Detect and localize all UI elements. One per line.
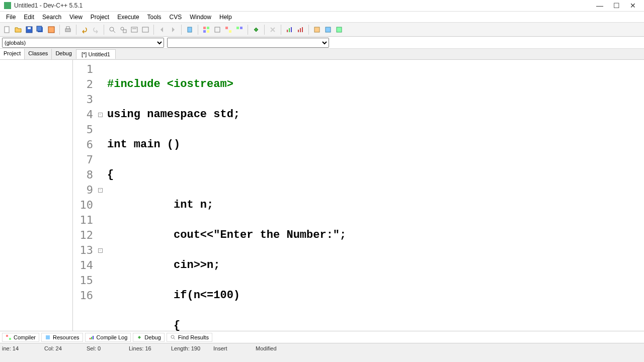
svg-rect-19: [207, 30, 209, 33]
toggle-icon[interactable]: [334, 25, 344, 35]
tab-compiler[interactable]: Compiler: [2, 333, 39, 342]
save-icon[interactable]: [24, 25, 34, 35]
svg-rect-30: [302, 27, 303, 32]
replace-icon[interactable]: [118, 25, 128, 35]
svg-rect-5: [48, 27, 54, 33]
svg-rect-20: [215, 27, 220, 32]
profile-icon[interactable]: [284, 25, 294, 35]
menu-tools[interactable]: Tools: [143, 13, 166, 22]
find-icon[interactable]: [107, 25, 117, 35]
menu-cvs[interactable]: CVS: [166, 13, 186, 22]
svg-rect-31: [314, 27, 319, 32]
svg-rect-33: [337, 27, 342, 32]
delete-profile-icon[interactable]: [295, 25, 305, 35]
insert-icon[interactable]: [323, 25, 333, 35]
maximize-button[interactable]: ☐: [613, 2, 620, 10]
run-icon[interactable]: [212, 25, 222, 35]
svg-rect-17: [207, 27, 209, 29]
menu-bar: File Edit Search View Project Execute To…: [0, 12, 644, 23]
svg-rect-15: [188, 27, 192, 32]
svg-rect-21: [225, 27, 228, 29]
menu-search[interactable]: Search: [38, 13, 65, 22]
svg-rect-37: [90, 338, 91, 339]
code-editor[interactable]: 12345678910111213141516 - - - #include <…: [73, 60, 644, 331]
svg-rect-0: [5, 27, 9, 33]
svg-rect-24: [240, 27, 243, 29]
tab-classes[interactable]: Classes: [25, 49, 52, 59]
compile-icon[interactable]: [201, 25, 211, 35]
app-icon: [4, 2, 11, 9]
fold-icon[interactable]: -: [98, 113, 103, 117]
svg-rect-38: [91, 337, 92, 339]
redo-icon[interactable]: [91, 25, 101, 35]
compile-run-icon[interactable]: [223, 25, 233, 35]
close-button[interactable]: ✕: [630, 2, 636, 10]
menu-edit[interactable]: Edit: [20, 13, 38, 22]
svg-line-41: [174, 338, 175, 339]
svg-rect-14: [142, 27, 148, 32]
svg-line-9: [113, 31, 115, 33]
new-class-icon[interactable]: [312, 25, 322, 35]
tab-compile-log[interactable]: Compile Log: [85, 333, 131, 342]
code-text[interactable]: #include <iostream> using namespace std;…: [103, 60, 644, 331]
bookmark-icon[interactable]: [185, 25, 195, 35]
tab-debug[interactable]: Debug: [52, 49, 75, 59]
find-in-files-icon[interactable]: [129, 25, 139, 35]
minimize-button[interactable]: —: [596, 2, 603, 10]
rebuild-icon[interactable]: [234, 25, 245, 35]
side-panel: Project Classes Debug: [0, 49, 73, 331]
svg-rect-2: [28, 27, 31, 29]
svg-rect-34: [6, 335, 8, 337]
line-gutter: 12345678910111213141516: [73, 60, 97, 331]
print-icon[interactable]: [63, 25, 73, 35]
menu-view[interactable]: View: [65, 13, 87, 22]
fold-icon[interactable]: -: [98, 248, 103, 253]
tab-project[interactable]: Project: [0, 49, 25, 59]
back-icon[interactable]: [157, 25, 167, 35]
close-file-icon[interactable]: [46, 25, 56, 35]
save-all-icon[interactable]: [35, 25, 45, 35]
toolbar: [0, 23, 644, 37]
menu-window[interactable]: Window: [186, 13, 215, 22]
new-file-icon[interactable]: [2, 25, 12, 35]
svg-rect-12: [131, 27, 137, 32]
svg-rect-25: [287, 30, 288, 32]
svg-point-8: [110, 27, 114, 31]
tab-debug-bottom[interactable]: Debug: [133, 333, 164, 342]
svg-rect-22: [229, 30, 231, 33]
svg-rect-16: [203, 27, 206, 29]
svg-rect-7: [66, 27, 69, 29]
stop-icon[interactable]: [268, 25, 278, 35]
fold-icon[interactable]: -: [98, 188, 103, 193]
editor-tab-untitled1[interactable]: [*] Untitled1: [76, 49, 116, 59]
menu-execute[interactable]: Execute: [113, 13, 143, 22]
combo-bar: (globals): [0, 37, 644, 49]
open-file-icon[interactable]: [13, 25, 23, 35]
menu-help[interactable]: Help: [215, 13, 236, 22]
tab-find-results[interactable]: Find Results: [167, 333, 212, 342]
forward-icon[interactable]: [168, 25, 178, 35]
status-lines: Lines: 16: [129, 345, 159, 351]
tab-resources[interactable]: Resources: [41, 333, 83, 342]
undo-icon[interactable]: [79, 25, 90, 35]
status-modified: Modified: [256, 345, 286, 351]
scope-combo[interactable]: (globals): [2, 38, 164, 48]
svg-rect-26: [289, 28, 290, 32]
menu-file[interactable]: File: [2, 13, 20, 22]
svg-rect-32: [326, 27, 331, 32]
svg-rect-27: [291, 27, 292, 32]
member-combo[interactable]: [167, 38, 329, 48]
svg-rect-35: [9, 338, 11, 340]
svg-rect-23: [236, 27, 239, 29]
goto-line-icon[interactable]: [140, 25, 150, 35]
svg-rect-28: [298, 30, 299, 32]
status-mode: Insert: [213, 345, 244, 351]
svg-rect-36: [46, 335, 50, 339]
bottom-tabs: Compiler Resources Compile Log Debug Fin…: [0, 331, 644, 343]
status-col: Col: 24: [44, 345, 74, 351]
menu-project[interactable]: Project: [87, 13, 113, 22]
svg-rect-6: [65, 29, 70, 32]
svg-rect-18: [203, 30, 206, 33]
title-bar: Untitled1 - Dev-C++ 5.5.1 — ☐ ✕: [0, 0, 644, 12]
debug-icon[interactable]: [251, 25, 261, 35]
